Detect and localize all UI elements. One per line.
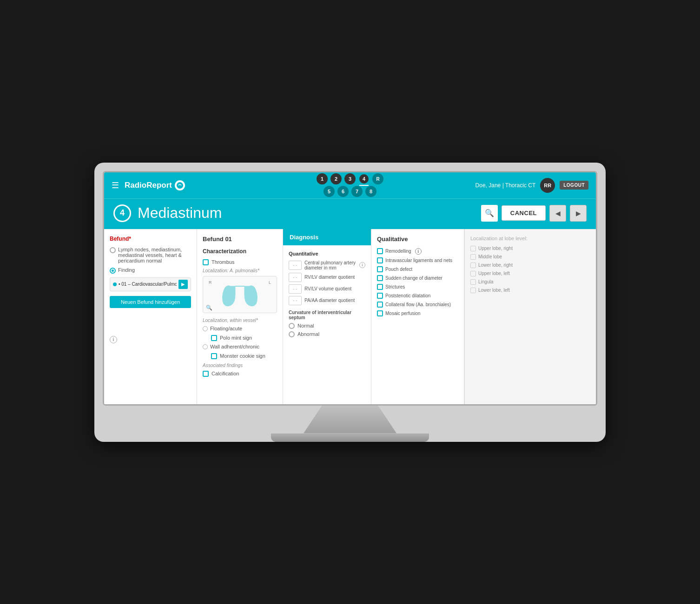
qual-sq-2[interactable]: [377, 266, 383, 272]
quant-row-1: RV/LV diameter quotient: [289, 273, 365, 282]
remodelling-info-icon[interactable]: ℹ: [415, 248, 422, 255]
thrombus-checkbox-sq[interactable]: [203, 259, 209, 265]
loc-sq-1[interactable]: [470, 254, 476, 260]
calcification-checkbox[interactable]: Calcification: [203, 371, 277, 377]
qual-sq-0[interactable]: [377, 248, 383, 254]
polo-mint-checkbox[interactable]: Polo mint sign: [203, 335, 277, 341]
loc-item-2[interactable]: Lower lobe, right: [470, 263, 590, 268]
qual-item-7[interactable]: Mosaic perfusion: [377, 310, 458, 316]
abnormal-radio-circle[interactable]: [289, 331, 295, 337]
add-befund-button[interactable]: Neuen Befund hinzufügen: [110, 296, 191, 308]
quant-label-2: RV/LV volume quotient: [304, 286, 365, 291]
quant-input-2[interactable]: [289, 284, 302, 294]
qual-item-1[interactable]: Intravascular ligaments and nets: [377, 257, 458, 263]
qual-item-0[interactable]: Remodelling ℹ: [377, 248, 458, 255]
loc-item-5[interactable]: Lower lobe, left: [470, 288, 590, 293]
polo-mint-label: Polo mint sign: [220, 335, 252, 341]
step-5[interactable]: 5: [324, 186, 335, 197]
floating-radio-circle[interactable]: [203, 326, 208, 331]
radio-normal-circle[interactable]: [110, 247, 116, 253]
logout-button[interactable]: LOGOUT: [560, 181, 588, 190]
qual-item-6[interactable]: Collateral flow (Aa. bronchiales): [377, 302, 458, 308]
step-r[interactable]: R: [372, 173, 383, 184]
befund-panel: Befund* Lymph nodes, mediastinum, medias…: [104, 229, 197, 404]
quant-input-0[interactable]: [289, 261, 302, 270]
loc-sq-3[interactable]: [470, 271, 476, 276]
calcification-sq[interactable]: [203, 371, 209, 377]
user-info: Doe, Jane | Thoracic CT RR LOGOUT: [475, 178, 588, 193]
step-4[interactable]: 4: [358, 173, 370, 184]
radio-normal[interactable]: Lymph nodes, mediastinum, mediastinal ve…: [110, 247, 191, 263]
loc-item-0[interactable]: Upper lobe, right: [470, 246, 590, 251]
quantitative-title: Quantitative: [289, 251, 365, 256]
qual-label-3: Sudden change of diameter: [385, 276, 442, 281]
quant-label-3: PA/AA diameter quotient: [304, 298, 365, 303]
step-3[interactable]: 3: [344, 173, 356, 184]
quant-info-0[interactable]: ℹ: [359, 262, 365, 268]
steps-row-top: 1 2 3 4 R: [317, 173, 383, 184]
qual-sq-7[interactable]: [377, 310, 383, 316]
cancel-button[interactable]: CANCEL: [502, 205, 546, 221]
localization-label: Localization: A. pulmonalis*: [203, 268, 277, 273]
nav-next-button[interactable]: ▶: [570, 205, 587, 222]
qual-sq-6[interactable]: [377, 302, 383, 308]
step-6[interactable]: 6: [337, 186, 349, 197]
curvature-label: Curvature of interventricular septum: [289, 310, 365, 320]
qual-sq-4[interactable]: [377, 284, 383, 290]
zoom-icon[interactable]: 🔍: [206, 305, 212, 311]
qual-sq-1[interactable]: [377, 257, 383, 263]
qual-sq-3[interactable]: [377, 275, 383, 281]
avatar: RR: [540, 178, 555, 193]
qual-item-3[interactable]: Sudden change of diameter: [377, 275, 458, 281]
svg-point-0: [177, 182, 183, 189]
normal-radio-circle[interactable]: [289, 323, 295, 329]
lung-label-l: L: [269, 280, 271, 285]
step-1[interactable]: 1: [317, 173, 328, 184]
radio-finding-label: Finding: [118, 267, 135, 273]
characterization-panel: Befund 01 Characterization Thrombus Loca…: [197, 229, 283, 404]
quant-input-3[interactable]: [289, 296, 302, 305]
info-icon[interactable]: ℹ: [110, 336, 117, 343]
befund-dropdown[interactable]: • 01 – Cardiovascular/Pulmona... ▶: [110, 277, 191, 291]
loc-sq-0[interactable]: [470, 246, 476, 251]
loc-sq-2[interactable]: [470, 263, 476, 268]
nav-prev-button[interactable]: ◀: [549, 205, 566, 222]
qual-sq-5[interactable]: [377, 293, 383, 299]
assoc-findings-label: Associated findings: [203, 363, 277, 368]
search-button[interactable]: 🔍: [481, 205, 498, 222]
qual-item-4[interactable]: Strictures: [377, 284, 458, 290]
loc-item-4[interactable]: Lingula: [470, 279, 590, 285]
normal-radio[interactable]: Normal: [289, 323, 365, 329]
thrombus-checkbox[interactable]: Thrombus: [203, 259, 277, 265]
qual-item-5[interactable]: Poststenotic dilatation: [377, 293, 458, 299]
wall-adherent-circle[interactable]: [203, 344, 208, 349]
loc-label-1: Middle lobe: [478, 254, 502, 259]
radio-finding-circle[interactable]: [110, 268, 116, 274]
abnormal-radio[interactable]: Abnormal: [289, 331, 365, 337]
monster-cookie-sq[interactable]: [211, 353, 217, 359]
loc-sq-4[interactable]: [470, 279, 476, 285]
step-2[interactable]: 2: [330, 173, 342, 184]
wall-adherent-radio[interactable]: Wall adherent/chronic: [203, 344, 277, 349]
qual-item-2[interactable]: Pouch defect: [377, 266, 458, 272]
diagnosis-body: Quantitative Central pulmonary artery di…: [283, 245, 371, 345]
dropdown-arrow[interactable]: ▶: [178, 280, 188, 289]
diagnosis-panel: Diagnosis Quantitative Central pulmonary…: [283, 229, 371, 404]
loc-label-4: Lingula: [478, 279, 493, 284]
qual-label-2: Pouch defect: [385, 267, 412, 272]
menu-icon[interactable]: ☰: [112, 180, 119, 190]
loc-item-1[interactable]: Middle lobe: [470, 254, 590, 260]
qual-label-5: Poststenotic dilatation: [385, 293, 430, 298]
page-number-badge: 4: [113, 204, 131, 222]
loc-item-3[interactable]: Upper lobe, left: [470, 271, 590, 276]
polo-mint-sq[interactable]: [211, 335, 217, 341]
title-actions: 🔍 CANCEL ◀ ▶: [481, 205, 587, 222]
step-7[interactable]: 7: [351, 186, 363, 197]
floating-radio[interactable]: Floating/acute: [203, 326, 277, 331]
quant-input-1[interactable]: [289, 273, 302, 282]
loc-sq-5[interactable]: [470, 288, 476, 293]
monster-cookie-checkbox[interactable]: Monster cookie sign: [203, 353, 277, 359]
radio-finding[interactable]: Finding: [110, 267, 191, 274]
step-8[interactable]: 8: [365, 186, 376, 197]
loc-label-5: Lower lobe, left: [478, 288, 510, 293]
